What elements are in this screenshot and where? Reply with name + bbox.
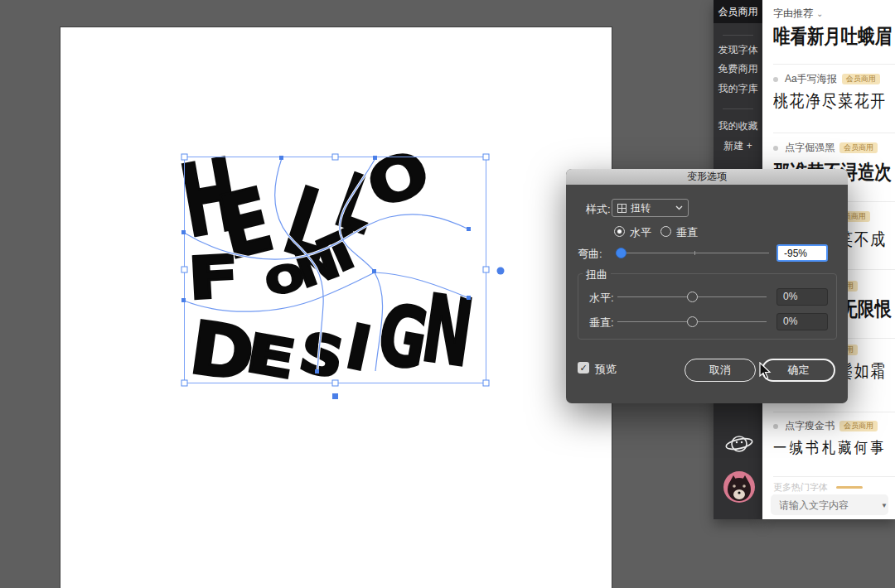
sidebar-item-my-favorites[interactable]: 我的收藏 xyxy=(714,116,762,136)
font-sample[interactable]: 一缄书札藏何事 xyxy=(773,437,887,459)
font-sample[interactable]: 唯看新月吐蛾眉 xyxy=(773,23,892,50)
user-avatar[interactable] xyxy=(723,471,755,503)
input-collapse-icon[interactable]: ▼ xyxy=(881,502,888,509)
chevron-down-icon xyxy=(675,205,683,210)
member-badge: 会员商用 xyxy=(842,74,880,84)
style-label: 样式: xyxy=(586,202,611,217)
grid-icon xyxy=(617,204,626,213)
member-badge: 会员商用 xyxy=(839,142,878,153)
sidebar-divider xyxy=(723,35,753,36)
font-name-row[interactable]: Aa手写海报会员商用 xyxy=(773,72,880,86)
style-dropdown[interactable]: 扭转 xyxy=(612,199,689,217)
sidebar-item-new[interactable]: 新建 + xyxy=(714,136,762,156)
mouse-cursor xyxy=(759,362,772,380)
sidebar-item-member-commercial[interactable]: 会员商用 xyxy=(714,0,762,23)
chevron-down-icon: ⌄ xyxy=(816,9,823,18)
bend-value-input[interactable]: -95% xyxy=(776,244,828,262)
sidebar-item-discover-fonts[interactable]: 发现字体 xyxy=(714,40,762,60)
font-name-row[interactable]: 点字倔强黑会员商用 xyxy=(773,141,878,155)
radio-horizontal-label: 水平 xyxy=(630,225,651,240)
panel-divider xyxy=(773,133,895,133)
artboard xyxy=(60,27,612,588)
panel-header[interactable]: 字由推荐⌄ xyxy=(773,7,823,21)
member-badge: 会员商用 xyxy=(839,421,878,431)
sidebar-item-my-fonts[interactable]: 我的字库 xyxy=(714,79,762,99)
progress-bar xyxy=(836,486,863,489)
preview-text-input[interactable] xyxy=(771,494,888,515)
app-window: H E L L O F O N T D E S I G N xyxy=(0,0,895,588)
ok-button[interactable]: 确定 xyxy=(762,359,835,382)
bend-slider-handle[interactable] xyxy=(616,248,626,258)
bend-slider-tick xyxy=(694,251,695,255)
distort-v-label: 垂直: xyxy=(589,316,614,330)
warp-options-dialog: 变形选项 样式: 扭转 水平 垂直 弯曲: -95% 扭曲 水平: 0% 垂直:… xyxy=(566,169,848,403)
sidebar-divider xyxy=(723,108,753,109)
sidebar-item-free-commercial[interactable]: 免费商用 xyxy=(714,59,762,79)
distort-group-label: 扭曲 xyxy=(583,267,611,282)
distort-v-handle[interactable] xyxy=(687,316,698,327)
radio-vertical-label: 垂直 xyxy=(676,225,698,240)
dialog-title: 变形选项 xyxy=(566,169,848,185)
font-name-row[interactable]: 点字瘦金书会员商用 xyxy=(773,419,878,433)
preview-checkbox[interactable]: ✓ xyxy=(578,362,589,374)
radio-vertical[interactable] xyxy=(660,226,671,237)
cancel-button[interactable]: 取消 xyxy=(685,359,756,382)
planet-icon[interactable] xyxy=(724,429,754,459)
panel-divider xyxy=(773,412,895,412)
footer-link[interactable]: 更多热门字体 xyxy=(773,481,863,494)
bullet-icon xyxy=(773,146,778,151)
bend-label: 弯曲: xyxy=(578,247,602,262)
font-sample[interactable]: 桃花净尽菜花开 xyxy=(773,89,887,113)
panel-divider xyxy=(773,476,895,477)
radio-horizontal[interactable] xyxy=(614,226,625,237)
distort-h-handle[interactable] xyxy=(687,292,698,302)
distort-v-value[interactable]: 0% xyxy=(776,313,828,330)
preview-label: 预览 xyxy=(595,362,617,377)
panel-divider xyxy=(773,64,895,65)
bullet-icon xyxy=(773,77,778,82)
distort-h-value[interactable]: 0% xyxy=(776,288,828,306)
bend-slider-track[interactable] xyxy=(616,253,769,253)
distort-h-label: 水平: xyxy=(589,291,614,306)
bullet-icon xyxy=(773,424,778,429)
